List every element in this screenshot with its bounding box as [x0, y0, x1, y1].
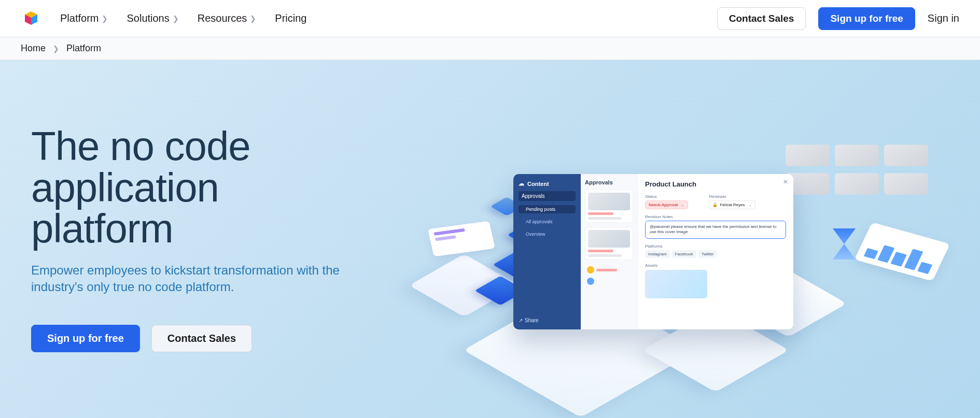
signin-link[interactable]: Sign in — [928, 12, 959, 24]
skeleton-line — [596, 269, 617, 271]
hero-cta-row: Sign up for free Contact Sales — [31, 325, 353, 352]
mockup-avatar-row — [585, 276, 633, 287]
mockup-reviewer-pill: 🔒 Felicia Reyes ⌄ — [709, 200, 755, 209]
mockup-status-pill: Needs Approval ⌄ — [645, 200, 688, 209]
close-icon: ✕ — [783, 178, 788, 185]
mockup-nav-pending: Pending posts — [519, 205, 576, 213]
slab-icon — [835, 145, 879, 166]
mockup-assets-label: Assets — [645, 263, 786, 268]
skeleton-line — [588, 217, 622, 220]
mockup-reviewer-value: Felicia Reyes — [720, 203, 745, 207]
mockup-platform-tag: Facebook — [672, 250, 696, 258]
mockup-sidebar: ☁ Content Approvals Pending posts All ap… — [513, 174, 581, 329]
mockup-platforms-label: Platforms — [645, 244, 786, 249]
mockup-nav-all: All approvals — [519, 218, 576, 226]
contact-sales-button[interactable]: Contact Sales — [717, 7, 806, 30]
nav-label: Pricing — [275, 12, 306, 24]
hero-contact-button[interactable]: Contact Sales — [151, 325, 252, 352]
mockup-share-label: Share — [525, 318, 539, 323]
breadcrumb-current: Platform — [66, 43, 101, 54]
mockup-share: ↗ Share — [519, 318, 576, 323]
cube-icon — [491, 197, 524, 216]
mockup-card — [585, 190, 633, 223]
mockup-nav-overview: Overview — [519, 230, 576, 238]
brand-logo[interactable] — [21, 8, 41, 29]
app-mockup: ☁ Content Approvals Pending posts All ap… — [513, 174, 793, 329]
hero-subtitle: Empower employees to kickstart transform… — [31, 262, 353, 296]
platform-tile-icon — [642, 308, 789, 392]
mockup-field-row: Status Needs Approval ⌄ Reviewer 🔒 Felic… — [645, 194, 786, 209]
mockup-notes-box: @paloenel please ensure that we have the… — [645, 221, 786, 239]
lock-icon: 🔒 — [712, 203, 718, 207]
skeleton-line — [588, 254, 622, 257]
avatar-icon — [587, 278, 594, 285]
share-icon: ↗ — [519, 318, 523, 323]
hero-illustration: ☁ Content Approvals Pending posts All ap… — [394, 91, 964, 402]
breadcrumb-home[interactable]: Home — [21, 43, 46, 54]
hero-signup-button[interactable]: Sign up for free — [31, 325, 140, 352]
chevron-right-icon: ❯ — [102, 15, 108, 23]
slab-icon — [884, 145, 928, 166]
platform-tile-icon — [730, 270, 847, 337]
mockup-card — [585, 227, 633, 260]
chevron-right-icon: ❯ — [250, 15, 256, 23]
slab-icon — [835, 173, 879, 195]
pie-chart-icon — [653, 284, 700, 308]
thumbnail-icon — [588, 193, 630, 210]
signup-button[interactable]: Sign up for free — [818, 7, 915, 30]
nav-actions: Contact Sales Sign up for free Sign in — [717, 7, 959, 30]
mockup-nav-approvals: Approvals — [519, 191, 576, 201]
avatar-icon — [587, 266, 594, 273]
slab-icon — [786, 173, 830, 195]
platform-tile-icon — [464, 283, 698, 417]
nav-item-resources[interactable]: Resources ❯ — [198, 12, 257, 24]
mockup-reviewer-label: Reviewer — [709, 194, 755, 199]
nav-label: Solutions — [127, 12, 169, 24]
cube-icon — [508, 223, 548, 247]
nav-links: Platform ❯ Solutions ❯ Resources ❯ Prici… — [60, 12, 717, 24]
chevron-down-icon: ⌄ — [681, 203, 684, 207]
nav-item-platform[interactable]: Platform ❯ — [60, 12, 108, 24]
breadcrumb: Home ❯ Platform — [0, 37, 980, 60]
mockup-status-label: Status — [645, 194, 688, 199]
mockup-sidebar-title: ☁ Content — [519, 180, 576, 187]
mockup-platform-tag: Twitter — [698, 250, 717, 258]
chevron-down-icon: ⌄ — [748, 203, 752, 207]
mockup-platform-tag: Instagram — [645, 250, 670, 258]
top-nav: Platform ❯ Solutions ❯ Resources ❯ Prici… — [0, 0, 980, 37]
mockup-notes-label: Revision Notes — [645, 214, 786, 219]
hero-content: The no code application platform Empower… — [0, 126, 353, 352]
card-icon — [428, 221, 495, 257]
chevron-right-icon: ❯ — [173, 15, 179, 23]
hourglass-icon — [833, 228, 856, 260]
thumbnail-icon — [588, 230, 630, 248]
skeleton-line — [588, 212, 613, 215]
hero-section: The no code application platform Empower… — [0, 60, 980, 418]
slab-icon — [884, 173, 928, 195]
mockup-nav-label: Approvals — [522, 193, 544, 199]
cube-icon — [475, 276, 526, 306]
mockup-sidebar-title-text: Content — [527, 181, 549, 187]
mockup-mid-column: Approvals — [581, 174, 638, 329]
mockup-mid-title: Approvals — [585, 179, 633, 185]
slab-icon — [786, 145, 830, 166]
mockup-detail-panel: ✕ Product Launch Status Needs Approval ⌄… — [638, 174, 793, 329]
mockup-avatar-row — [585, 264, 633, 276]
chevron-right-icon: ❯ — [53, 45, 59, 53]
mockup-panel-title: Product Launch — [645, 180, 786, 188]
cube-icon — [493, 250, 544, 280]
asset-thumbnail-icon — [645, 270, 707, 298]
hero-title: The no code application platform — [31, 126, 353, 250]
nav-label: Resources — [198, 12, 247, 24]
nav-item-pricing[interactable]: Pricing — [275, 12, 306, 24]
skeleton-line — [588, 250, 613, 252]
nav-item-solutions[interactable]: Solutions ❯ — [127, 12, 178, 24]
mockup-status-value: Needs Approval — [649, 203, 678, 207]
cloud-icon: ☁ — [519, 180, 524, 187]
mockup-platforms-row: Instagram Facebook Twitter — [645, 250, 786, 258]
bar-chart-icon — [855, 222, 950, 281]
platform-tile-icon — [409, 254, 519, 317]
nav-label: Platform — [60, 12, 99, 24]
